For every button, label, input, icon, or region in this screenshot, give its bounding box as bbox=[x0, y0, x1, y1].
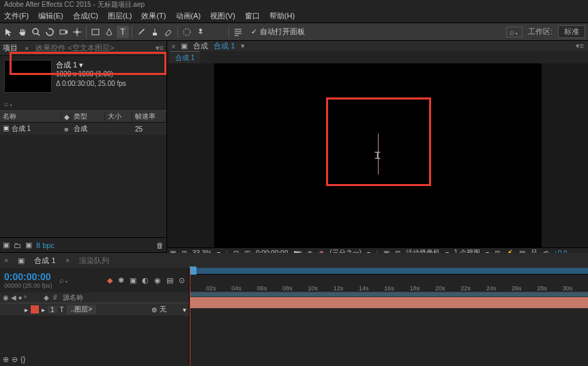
pen-tool[interactable] bbox=[103, 26, 115, 38]
graph-icon[interactable]: ▤ bbox=[166, 276, 173, 285]
text-tool[interactable]: T bbox=[117, 26, 129, 38]
col-size[interactable]: 大小 bbox=[105, 112, 132, 121]
expand-icon[interactable]: ▸ bbox=[25, 306, 28, 314]
motion-blur-icon[interactable]: ◉ bbox=[154, 276, 161, 285]
auto-open-panel-check[interactable]: ✓ 自动打开面板 bbox=[251, 27, 305, 37]
tab-effect-controls[interactable]: 效果控件 <空文本图层> bbox=[35, 43, 114, 53]
tab-render-queue[interactable]: 渲染队列 bbox=[79, 256, 109, 266]
selection-tool[interactable] bbox=[3, 26, 15, 38]
row-type: 合成 bbox=[71, 124, 105, 134]
search-icon[interactable]: ⌕▾ bbox=[59, 276, 69, 284]
frame-blend-icon[interactable]: ◐ bbox=[142, 276, 149, 285]
interpret-icon[interactable]: ▣ bbox=[3, 241, 10, 249]
tab-close-icon[interactable]: × bbox=[65, 256, 70, 264]
composition-panel: × ▣ 合成 合成 1 ▾ ▾≡ 合成 1 Ꮖ ▣ ⊞ 33.3% ▾ | ⊡ … bbox=[167, 41, 588, 252]
project-panel: 项目 × 效果控件 <空文本图层> ▾≡ 合成 1 ▾ 1920 x 1080 … bbox=[0, 41, 167, 252]
workspace-selector[interactable]: 标准 bbox=[558, 25, 585, 38]
clone-tool[interactable] bbox=[149, 26, 161, 38]
menu-view[interactable]: 视图(V) bbox=[210, 11, 235, 21]
tab-project[interactable]: 项目 bbox=[3, 43, 18, 53]
ruler-tick: 02s bbox=[206, 285, 216, 292]
paragraph-icon[interactable] bbox=[232, 26, 244, 38]
menu-window[interactable]: 窗口 bbox=[245, 11, 260, 21]
layer-color-swatch[interactable] bbox=[31, 305, 39, 314]
layer-type-icon: T bbox=[60, 306, 64, 314]
parent-value[interactable]: 无 bbox=[160, 305, 166, 314]
rectangle-tool[interactable] bbox=[89, 26, 102, 38]
chevron-down-icon[interactable]: ▾ bbox=[241, 42, 245, 50]
comp-info: 合成 1 ▾ 1920 x 1080 (1.00) Δ 0:00:30:00, … bbox=[0, 56, 166, 97]
playhead[interactable] bbox=[190, 268, 190, 366]
crumb-active[interactable]: 合成 1 bbox=[214, 41, 235, 51]
zoom-tool[interactable] bbox=[30, 26, 42, 38]
menu-composition[interactable]: 合成(C) bbox=[73, 11, 98, 21]
puppet-tool[interactable] bbox=[194, 26, 207, 38]
row-fps: 25 bbox=[132, 125, 166, 133]
layer-name[interactable]: ..图层> bbox=[67, 305, 96, 314]
col-tag: ◆ bbox=[44, 294, 53, 301]
panel-menu-icon[interactable]: ▾≡ bbox=[156, 44, 164, 52]
shy-icon[interactable]: ✱ bbox=[118, 276, 124, 285]
search-icon[interactable]: ⌕▾ bbox=[506, 27, 523, 37]
menu-layer[interactable]: 图层(L) bbox=[108, 11, 132, 21]
timeline-navigator[interactable] bbox=[190, 268, 588, 275]
bpc-label[interactable]: 8 bpc bbox=[36, 241, 55, 249]
project-footer: ▣ 🗀 ▣ 8 bpc 🗑 bbox=[0, 237, 166, 252]
lock-icon[interactable]: × bbox=[171, 42, 175, 50]
viewer[interactable]: Ꮖ bbox=[167, 63, 588, 247]
layer-disclosure[interactable]: ▸ bbox=[42, 306, 45, 314]
eraser-tool[interactable] bbox=[162, 26, 175, 38]
col-tag-icon[interactable]: ◆ bbox=[61, 113, 71, 121]
comp-mini-icon[interactable]: ◆ bbox=[107, 276, 113, 285]
tab-close-icon[interactable]: × bbox=[25, 44, 29, 52]
svg-rect-6 bbox=[92, 29, 99, 35]
tab-close-icon[interactable]: × bbox=[4, 256, 8, 264]
menu-effect[interactable]: 效果(T) bbox=[141, 11, 166, 21]
ruler-tick: 04s bbox=[231, 285, 241, 292]
ruler-tick: 12s bbox=[334, 285, 344, 292]
toggle-switches-icon[interactable]: ⊕ bbox=[3, 355, 9, 364]
anchor-tool[interactable] bbox=[71, 26, 83, 38]
timeline-ruler[interactable]: 02s04s06s08s10s12s14s16s18s20s22s24s26s2… bbox=[190, 275, 588, 292]
menu-file[interactable]: 文件(F) bbox=[4, 11, 29, 21]
separator bbox=[229, 26, 229, 38]
col-fps[interactable]: 帧速率 bbox=[132, 112, 166, 121]
camera-tool[interactable] bbox=[57, 26, 70, 38]
parent-link-icon[interactable]: ⊚ bbox=[151, 306, 157, 314]
col-source[interactable]: 源名称 bbox=[63, 293, 83, 303]
trash-icon[interactable]: 🗑 bbox=[156, 241, 164, 249]
search-icon[interactable]: ⌕▾ bbox=[4, 100, 14, 108]
comp-icon: ▣ bbox=[18, 256, 25, 265]
brush-tool[interactable] bbox=[135, 26, 147, 38]
draft3d-icon[interactable]: ▣ bbox=[130, 276, 136, 285]
project-row[interactable]: ▣ 合成 1 ■ 合成 25 bbox=[0, 123, 166, 135]
toggle-pane-icon[interactable]: {} bbox=[20, 355, 25, 363]
menu-edit[interactable]: 编辑(E) bbox=[38, 11, 63, 21]
toggle-modes-icon[interactable]: ⊖ bbox=[12, 355, 18, 364]
ruler-tick: 26s bbox=[512, 285, 522, 292]
panel-menu-icon[interactable]: ▾≡ bbox=[576, 42, 584, 50]
svg-rect-8 bbox=[153, 33, 157, 35]
brainstorm-icon[interactable]: ⊙ bbox=[179, 276, 185, 285]
col-type[interactable]: 类型 bbox=[71, 112, 105, 121]
folder-icon[interactable]: 🗀 bbox=[14, 241, 21, 249]
tab-timeline-comp[interactable]: 合成 1 bbox=[34, 256, 55, 266]
current-timecode[interactable]: 0:00:00:00 bbox=[4, 271, 53, 282]
roto-tool[interactable] bbox=[181, 26, 193, 38]
comp-thumbnail[interactable] bbox=[4, 60, 52, 93]
comp-icon: ▣ bbox=[181, 42, 188, 50]
menu-animation[interactable]: 动画(A) bbox=[176, 11, 201, 21]
chevron-down-icon[interactable]: ▾ bbox=[183, 306, 186, 314]
rotation-tool[interactable] bbox=[44, 26, 56, 38]
hand-tool[interactable] bbox=[16, 26, 29, 38]
new-comp-icon[interactable]: ▣ bbox=[25, 241, 32, 249]
col-name[interactable]: 名称 bbox=[0, 112, 61, 121]
svg-rect-2 bbox=[60, 30, 65, 34]
menu-help[interactable]: 帮助(H) bbox=[269, 11, 295, 21]
layer-row[interactable]: ▸ ▸ 1 T ..图层> ⊚ 无 ▾ bbox=[0, 303, 189, 316]
layer-duration-bar[interactable] bbox=[190, 296, 588, 309]
sub-tab-comp[interactable]: 合成 1 bbox=[170, 51, 200, 64]
timeline-right[interactable]: 02s04s06s08s10s12s14s16s18s20s22s24s26s2… bbox=[190, 268, 588, 366]
ruler-tick: 14s bbox=[359, 285, 369, 292]
composition-canvas[interactable]: Ꮖ bbox=[214, 63, 542, 247]
